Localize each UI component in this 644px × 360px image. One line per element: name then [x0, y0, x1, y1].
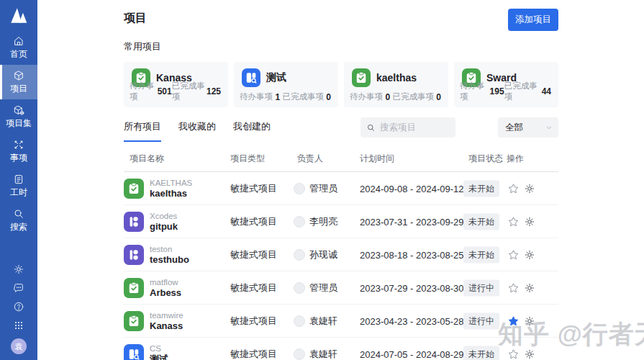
row-settings-gear-icon[interactable]: [524, 348, 535, 360]
project-cube-icon: [13, 70, 24, 81]
project-key: matflow: [150, 277, 181, 287]
row-settings-gear-icon[interactable]: [524, 249, 535, 261]
card-stats: 待办事项 501 已完成事项 125: [130, 81, 221, 102]
owner-avatar: [294, 282, 305, 294]
status-badge: 未开始: [463, 346, 499, 360]
project-name-link[interactable]: Kanass: [150, 320, 183, 331]
sidebar-bottom: 袁: [0, 264, 37, 354]
row-settings-gear-icon[interactable]: [524, 282, 535, 294]
card-stats: 待办事项 0 已完成事项 0: [350, 91, 441, 102]
help-icon[interactable]: [13, 301, 24, 312]
owner-avatar: [294, 183, 305, 194]
owner-avatar: [294, 249, 305, 261]
project-clipboard-icon: [352, 68, 371, 87]
project-name-link[interactable]: 测试: [150, 353, 168, 360]
project-card[interactable]: Sward 待办事项 195 已完成事项 44: [454, 62, 558, 107]
project-key: KAELTHAS: [150, 178, 192, 187]
owner-name: 管理员: [309, 182, 337, 195]
status-filter-select[interactable]: 全部: [498, 117, 558, 138]
todo-label: 待办事项: [460, 81, 490, 102]
sidebar-item-home[interactable]: 首页: [0, 30, 37, 65]
project-card[interactable]: Kanass 待办事项 501 已完成事项 125: [124, 62, 228, 107]
search-icon: [366, 123, 376, 132]
todo-count: 0: [385, 92, 390, 102]
col-project-status: 项目状态: [468, 153, 503, 165]
sidebar-item-label: 首页: [10, 49, 27, 59]
user-avatar[interactable]: 袁: [11, 338, 27, 354]
project-name-link[interactable]: testhubo: [150, 253, 189, 265]
sidebar-item-worktime[interactable]: 工时: [0, 168, 37, 203]
app-window: 首页 项目 项目集 事项 工时 搜索 袁: [0, 0, 644, 360]
owner-name: 李明亮: [309, 215, 337, 228]
table-row[interactable]: teamwire Kanass 敏捷式项目 袁婕轩 2023-04-23 - 2…: [124, 305, 558, 338]
page-header: 项目 添加项目: [124, 9, 558, 37]
row-settings-gear-icon[interactable]: [524, 216, 535, 228]
owner-avatar: [294, 348, 305, 360]
favorite-star-icon[interactable]: [507, 282, 520, 294]
sidebar-item-label: 搜索: [10, 222, 27, 232]
done-label: 已完成事项: [392, 91, 434, 102]
col-project-type: 项目类型: [230, 153, 265, 165]
favorite-star-icon[interactable]: [507, 248, 520, 261]
page-title: 项目: [124, 9, 558, 27]
project-key: CS: [150, 343, 168, 353]
sidebar-item-label: 项目: [10, 84, 27, 94]
table-row[interactable]: teston testhubo 敏捷式项目 孙现诚 2023-08-18 - 2…: [124, 238, 558, 271]
owner-name: 袁婕轩: [309, 348, 337, 360]
todo-label: 待办事项: [350, 91, 383, 102]
project-type: 敏捷式项目: [230, 248, 277, 261]
tab-my-created[interactable]: 我创建的: [233, 120, 271, 142]
message-icon[interactable]: [13, 282, 24, 294]
project-card[interactable]: 测试 待办事项 1 已完成事项 0: [234, 62, 338, 107]
favorite-star-icon-filled[interactable]: [507, 315, 520, 327]
sidebar-item-project-sets[interactable]: 项目集: [0, 99, 37, 134]
project-type: 敏捷式项目: [230, 315, 277, 328]
planned-time: 2023-08-18 - 2023-08-25: [360, 249, 464, 260]
table-row[interactable]: Xcodes gitpuk 敏捷式项目 李明亮 2023-07-31 - 202…: [124, 205, 558, 238]
status-badge: 进行中: [463, 312, 499, 329]
sidebar-item-search[interactable]: 搜索: [0, 203, 37, 238]
owner-name: 管理员: [309, 282, 337, 294]
favorite-star-icon[interactable]: [507, 182, 520, 194]
project-name-link[interactable]: Arbess: [150, 287, 181, 298]
table-row[interactable]: CS 测试 敏捷式项目 袁婕轩 2024-07-05 - 2024-08-29 …: [124, 338, 558, 360]
project-gitpuk-icon: [124, 212, 144, 232]
done-label: 已完成事项: [504, 81, 542, 102]
col-operations: 操作: [507, 153, 524, 165]
mountain-logo-icon: [8, 4, 30, 26]
table-row[interactable]: matflow Arbess 敏捷式项目 管理员 2023-07-29 - 20…: [124, 271, 558, 305]
add-project-button[interactable]: 添加项目: [508, 9, 558, 31]
common-project-cards: Kanass 待办事项 501 已完成事项 125 测试 待办: [124, 62, 558, 107]
planned-time: 2023-07-31 - 2023-09-29: [360, 216, 464, 227]
sidebar-item-issues[interactable]: 事项: [0, 134, 37, 168]
row-settings-gear-icon[interactable]: [524, 315, 535, 327]
owner-name: 孙现诚: [309, 248, 337, 261]
project-name-link[interactable]: gitpuk: [150, 220, 178, 232]
project-type: 敏捷式项目: [230, 215, 277, 228]
sidebar-item-projects[interactable]: 项目: [0, 65, 37, 99]
tab-all-projects[interactable]: 所有项目: [124, 120, 161, 142]
project-gitpuk-icon: [124, 245, 144, 265]
app-logo[interactable]: [0, 0, 37, 30]
sidebar-item-label: 事项: [10, 153, 27, 163]
project-search-box[interactable]: [360, 117, 455, 138]
row-settings-gear-icon[interactable]: [524, 183, 535, 194]
table-row[interactable]: KAELTHAS kaelthas 敏捷式项目 管理员 2024-09-08 -…: [124, 172, 558, 205]
settings-gear-icon[interactable]: [13, 264, 24, 275]
tab-my-favorites[interactable]: 我收藏的: [178, 120, 216, 142]
done-count: 0: [326, 92, 331, 102]
apps-grid-icon[interactable]: [13, 320, 24, 331]
project-set-icon: [13, 104, 24, 116]
main-panel: 项目 添加项目 常用项目 Kanass 待办事项 501 已完成事项 125: [37, 0, 644, 360]
planned-time: 2024-09-08 - 2024-09-12: [360, 183, 464, 194]
owner-name: 袁婕轩: [309, 315, 337, 328]
search-input[interactable]: [380, 122, 450, 132]
done-count: 0: [436, 92, 441, 102]
done-label: 已完成事项: [282, 91, 324, 102]
project-name-link[interactable]: kaelthas: [150, 187, 192, 199]
done-label: 已完成事项: [172, 81, 207, 102]
favorite-star-icon[interactable]: [507, 348, 520, 360]
project-test-icon: [242, 68, 260, 87]
project-card[interactable]: kaelthas 待办事项 0 已完成事项 0: [344, 62, 448, 107]
favorite-star-icon[interactable]: [507, 215, 520, 228]
